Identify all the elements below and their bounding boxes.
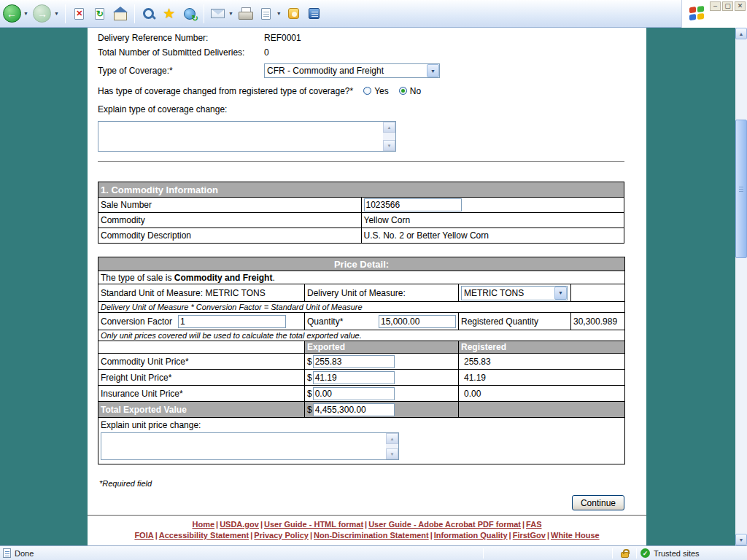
conversion-factor-input[interactable] — [178, 315, 286, 328]
mail-button[interactable] — [208, 2, 228, 26]
toolbar-separator — [204, 4, 204, 23]
insurance-unit-price-input[interactable] — [313, 387, 395, 400]
type-of-sale-prefix: The type of sale is — [101, 273, 174, 283]
coverage-changed-yes-radio[interactable]: Yes — [363, 86, 389, 96]
coverage-type-select[interactable]: CFR - Commodity and Freight ▼ — [264, 63, 440, 78]
forward-dropdown-icon[interactable]: ▼ — [54, 11, 59, 16]
table-row: Sale Number — [98, 198, 624, 213]
scroll-down-icon[interactable]: ▼ — [383, 140, 395, 151]
footer-link[interactable]: White House — [551, 531, 600, 540]
chevron-down-icon: ▼ — [554, 287, 567, 300]
table-row: Commodity Unit Price* $ 255.83 — [98, 354, 625, 370]
quantity-input[interactable] — [379, 315, 456, 328]
refresh-button[interactable]: ↻ — [90, 2, 110, 26]
sale-number-input[interactable] — [364, 198, 462, 211]
total-exported-value-input[interactable] — [313, 403, 395, 416]
scroll-up-button[interactable]: ▲ — [735, 28, 747, 39]
quantity-label: Quantity* — [307, 316, 343, 327]
stop-icon: ✕ — [74, 8, 84, 20]
scroll-down-icon[interactable]: ▼ — [386, 448, 398, 459]
commodity-unit-price-input[interactable] — [313, 355, 395, 368]
coverage-change-textarea[interactable]: ▲ ▼ — [98, 121, 396, 152]
footer-link[interactable]: USDA.gov — [220, 520, 259, 529]
scroll-down-button[interactable]: ▼ — [735, 534, 747, 545]
edit-button[interactable] — [256, 2, 276, 26]
scroll-up-icon[interactable]: ▲ — [386, 433, 398, 444]
continue-button[interactable]: Continue — [572, 495, 624, 510]
maximize-button[interactable]: ▢ — [722, 1, 733, 11]
search-button[interactable] — [139, 2, 159, 26]
back-dropdown-icon[interactable]: ▼ — [23, 11, 28, 16]
status-text: Done — [15, 549, 34, 558]
forward-button[interactable]: → — [31, 2, 54, 26]
edit-dropdown-icon[interactable]: ▼ — [276, 11, 282, 16]
coverage-changed-no-radio[interactable]: No — [399, 86, 421, 96]
close-button[interactable]: ✕ — [735, 1, 746, 11]
footer-separator: | — [365, 520, 367, 529]
footer-link[interactable]: Privacy Policy — [254, 531, 309, 540]
status-lock-pane — [615, 549, 634, 558]
mail-dropdown-icon[interactable]: ▼ — [228, 11, 233, 16]
footer-separator: | — [250, 531, 252, 540]
commodity-unit-price-label: Commodity Unit Price* — [98, 354, 305, 370]
unit-price-note: Only unit prices covered will be used to… — [98, 330, 625, 341]
footer-links-primary: Home|USDA.gov|User Guide - HTML format|U… — [88, 520, 646, 529]
vertical-scrollbar[interactable]: ▲ ▼ — [735, 28, 747, 545]
coverage-changed-label: Has type of coverage changed from regist… — [98, 86, 353, 96]
delivery-uom-select[interactable]: METRIC TONS ▼ — [461, 286, 568, 300]
home-button[interactable] — [110, 2, 131, 26]
stop-button[interactable]: ✕ — [69, 2, 90, 26]
footer-link[interactable]: User Guide - HTML format — [264, 520, 363, 529]
minimize-button[interactable]: – — [710, 1, 721, 11]
price-detail-title: Price Detail: — [98, 257, 625, 271]
commodity-description-label: Commodity Description — [98, 228, 362, 244]
footer-link[interactable]: Home — [193, 520, 215, 529]
scrollbar-track[interactable] — [735, 39, 747, 534]
scrollbar-thumb[interactable] — [735, 120, 747, 258]
total-deliveries-label: Total Number of Submitted Deliveries: — [98, 47, 264, 58]
history-button[interactable] — [179, 2, 200, 26]
delivery-reference-value: REF0001 — [264, 33, 301, 43]
explain-price-row: Explain unit price change: ▲ ▼ — [98, 418, 625, 464]
footer-link[interactable]: Information Quality — [434, 531, 508, 540]
dollar-sign: $ — [307, 405, 312, 415]
research-button[interactable] — [304, 2, 325, 26]
coverage-type-label: Type of Coverage:* — [98, 66, 264, 76]
footer-separator: | — [155, 531, 158, 540]
status-bar: Done ✓ Trusted sites — [0, 545, 747, 560]
dollar-sign: $ — [307, 389, 312, 399]
total-deliveries-value: 0 — [264, 47, 269, 58]
explain-coverage-label: Explain type of coverage change: — [98, 104, 227, 114]
footer-link[interactable]: Non-Discrimination Statement — [314, 531, 429, 540]
scroll-up-icon[interactable]: ▲ — [383, 122, 395, 133]
sale-number-label: Sale Number — [98, 198, 362, 213]
footer-link[interactable]: FAS — [526, 520, 541, 529]
table-row: Insurance Unit Price* $ 0.00 — [98, 386, 625, 402]
page-content: Delivery Reference Number: REF0001 Total… — [88, 28, 646, 545]
required-field-note: *Required field — [99, 479, 646, 488]
favorites-button[interactable] — [159, 2, 179, 26]
unit-price-change-textarea[interactable]: ▲ ▼ — [101, 432, 399, 460]
status-left-pane: Done — [0, 548, 481, 558]
forward-icon: → — [33, 4, 51, 23]
refresh-icon: ↻ — [95, 8, 104, 20]
home-icon — [114, 12, 127, 20]
commodity-value: Yellow Corn — [361, 213, 624, 228]
footer-link[interactable]: User Guide - Adobe Acrobat PDF format — [368, 520, 521, 529]
footer-link[interactable]: FirstGov — [513, 531, 546, 540]
statusbar-separator — [612, 548, 613, 559]
table-row: Commodity Yellow Corn — [98, 213, 624, 228]
dollar-sign: $ — [307, 373, 312, 383]
dollar-sign: $ — [307, 357, 312, 367]
footer-link[interactable]: Accessibility Statement — [159, 531, 249, 540]
total-deliveries-row: Total Number of Submitted Deliveries: 0 — [98, 46, 646, 58]
table-row: Commodity Description U.S. No. 2 or Bett… — [98, 228, 624, 244]
favorites-star-icon — [163, 7, 175, 20]
messenger-button[interactable] — [284, 2, 304, 26]
back-button[interactable]: ← — [0, 2, 23, 26]
delivery-uom-label: Delivery Unit of Measure: — [305, 284, 459, 302]
footer-link[interactable]: FOIA — [134, 531, 153, 540]
statusbar-separator — [483, 548, 484, 559]
freight-unit-price-input[interactable] — [313, 371, 395, 384]
print-button[interactable] — [236, 2, 256, 26]
